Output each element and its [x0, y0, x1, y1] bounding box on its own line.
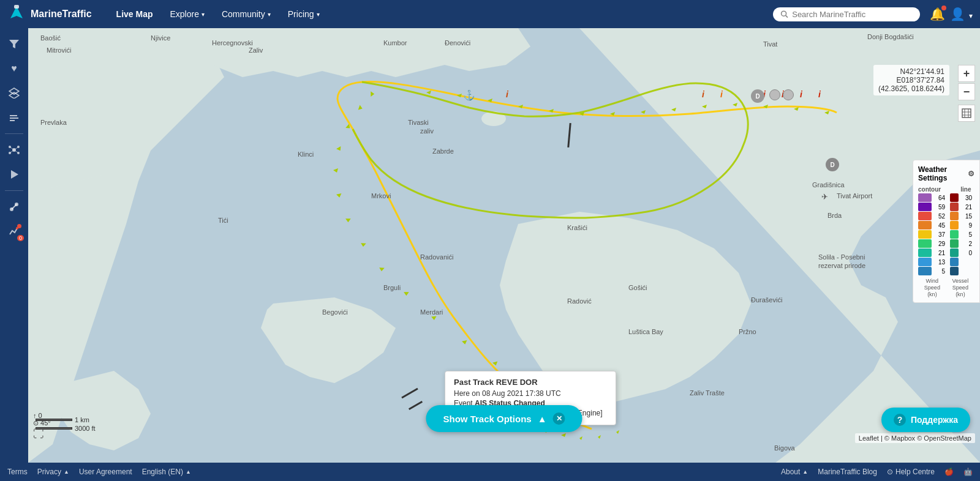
scale-ft-label: 3000 ft — [75, 425, 96, 432]
svg-marker-6 — [9, 92, 19, 99]
sidebar-item-favorites[interactable]: ♥ — [3, 58, 25, 80]
pricing-chevron-icon: ▾ — [317, 11, 320, 18]
weather-panel-title: Weather Settings — [918, 165, 968, 182]
language-chevron-icon: ▲ — [186, 469, 191, 475]
logo-icon — [7, 5, 26, 23]
support-circle-icon: ? — [894, 414, 906, 426]
decimal-display: (42.3625, 018.6244) — [878, 84, 944, 93]
sidebar-item-play[interactable] — [3, 163, 25, 185]
wind-icon — [9, 112, 20, 123]
user-chevron-icon: ▾ — [969, 12, 973, 20]
play-icon — [9, 169, 20, 180]
map-icon — [962, 108, 971, 118]
compass-area: ↑ 0 ⊙ 45° — [33, 412, 51, 427]
user-menu-button[interactable]: 👤 ▾ — [950, 7, 973, 21]
weather-panel: Weather Settings ⚙ contour line 6430 592… — [913, 160, 980, 303]
sidebar-item-layers[interactable] — [3, 82, 25, 104]
search-icon — [780, 10, 788, 18]
map[interactable]: Hercegnovski Zaliv Kumbor Đenovići Njivi… — [28, 28, 980, 463]
lon-display: E018°37'27.84 — [878, 76, 944, 84]
nav-pricing[interactable]: Pricing ▾ — [281, 6, 327, 23]
node-icon — [9, 144, 20, 155]
close-track-button[interactable]: ✕ — [553, 412, 565, 425]
language-selector[interactable]: English (EN) ▲ — [142, 468, 191, 476]
logo-area[interactable]: MarineTraffic — [7, 5, 92, 23]
show-track-options-button[interactable]: Show Track Options ▲ ✕ — [426, 405, 582, 432]
header-icons: 🔔 👤 ▾ — [930, 7, 973, 21]
zoom-out-button[interactable]: − — [958, 83, 975, 100]
vessel-label: VesselSpeed(kn) — [952, 278, 969, 297]
svg-point-2 — [782, 11, 786, 16]
line-header: line — [960, 186, 971, 193]
weather-columns: contour line — [918, 186, 974, 193]
about-chevron-icon: ▲ — [802, 469, 808, 475]
map-view-button[interactable] — [958, 105, 975, 122]
sidebar-divider-1 — [5, 133, 23, 134]
filter-icon — [9, 39, 20, 50]
apple-app-link[interactable]: 🍎 — [944, 468, 954, 476]
analytics-count: 0 — [17, 235, 24, 241]
airport-icon: ✈ — [821, 192, 828, 201]
nav-community[interactable]: Community ▾ — [214, 6, 278, 23]
svg-rect-63 — [962, 109, 971, 117]
help-circle-icon: ⊙ — [887, 468, 893, 476]
bottom-bar: Terms Privacy ▲ User Agreement English (… — [0, 463, 980, 481]
nav-links: Live Map Explore ▾ Community ▾ Pricing ▾ — [109, 6, 769, 23]
tooltip-title: Past Track REVE DOR — [454, 378, 607, 387]
zoom-controls: + − — [958, 65, 975, 100]
privacy-chevron-icon: ▲ — [64, 469, 69, 475]
attribution: Leaflet | © Mapbox © OpenStreetMap — [855, 433, 975, 443]
sidebar-item-measure[interactable] — [3, 196, 25, 218]
measure-icon — [9, 201, 20, 212]
blog-link[interactable]: MarineTraffic Blog — [818, 468, 877, 476]
lat-display: N42°21'44.91 — [878, 67, 944, 76]
support-label: Поддержка — [911, 415, 958, 425]
terms-link[interactable]: Terms — [7, 468, 28, 476]
show-track-label: Show Track Options — [443, 414, 531, 424]
community-chevron-icon: ▾ — [268, 11, 271, 18]
nav-live-map[interactable]: Live Map — [109, 6, 160, 23]
header: MarineTraffic Live Map Explore ▾ Communi… — [0, 0, 980, 28]
search-input[interactable] — [792, 10, 913, 19]
sidebar-item-routes[interactable] — [3, 106, 25, 129]
bottom-left: Terms Privacy ▲ User Agreement English (… — [7, 468, 191, 476]
sidebar-item-filter[interactable] — [3, 33, 25, 55]
user-icon: 👤 — [950, 7, 965, 21]
svg-rect-1 — [14, 5, 19, 9]
help-link[interactable]: ⊙ Help Centre — [887, 468, 935, 476]
sidebar-item-node[interactable] — [3, 139, 25, 161]
android-icon: 🤖 — [963, 468, 973, 476]
user-agreement-link[interactable]: User Agreement — [79, 468, 132, 476]
bearing-indicator: ⊙ 45° — [33, 419, 51, 427]
track-up-icon: ▲ — [538, 414, 547, 424]
scale-km-label: 1 km — [75, 416, 89, 423]
support-button[interactable]: ? Поддержка — [881, 408, 970, 432]
weather-panel-header: Weather Settings ⚙ — [918, 165, 974, 182]
tooltip-date: Here on 08 Aug 2021 17:38 UTC — [454, 389, 607, 398]
search-bar[interactable] — [773, 7, 920, 21]
sidebar-item-analytics[interactable]: 0 — [3, 220, 25, 242]
android-app-link[interactable]: 🤖 — [963, 468, 973, 476]
svg-marker-4 — [9, 40, 19, 48]
notification-dot — [941, 6, 946, 10]
apple-icon: 🍎 — [944, 468, 954, 476]
coordinates-display: N42°21'44.91 E018°37'27.84 (42.3625, 018… — [873, 65, 949, 95]
sidebar-divider-2 — [5, 190, 23, 191]
heart-icon: ♥ — [11, 63, 17, 74]
weather-rows: 6430 5921 5215 459 375 292 210 13_ 5_ — [918, 193, 974, 275]
wind-label: WindSpeed(kn) — [924, 278, 940, 297]
weather-gear-icon[interactable]: ⚙ — [968, 170, 974, 178]
fullscreen-button[interactable]: ⛶ — [33, 428, 44, 441]
about-link[interactable]: About ▲ — [781, 468, 808, 476]
svg-marker-5 — [9, 88, 19, 94]
svg-marker-19 — [11, 170, 18, 179]
weather-labels: WindSpeed(kn) VesselSpeed(kn) — [918, 278, 974, 297]
nav-explore[interactable]: Explore ▾ — [163, 6, 212, 23]
notifications-button[interactable]: 🔔 — [930, 7, 945, 21]
sidebar: ♥ — [0, 28, 28, 463]
svg-line-22 — [12, 204, 17, 209]
north-indicator: ↑ 0 — [33, 412, 51, 419]
privacy-link[interactable]: Privacy ▲ — [37, 468, 69, 476]
zoom-in-button[interactable]: + — [958, 65, 975, 82]
vessel-gray-d: D — [826, 158, 839, 171]
